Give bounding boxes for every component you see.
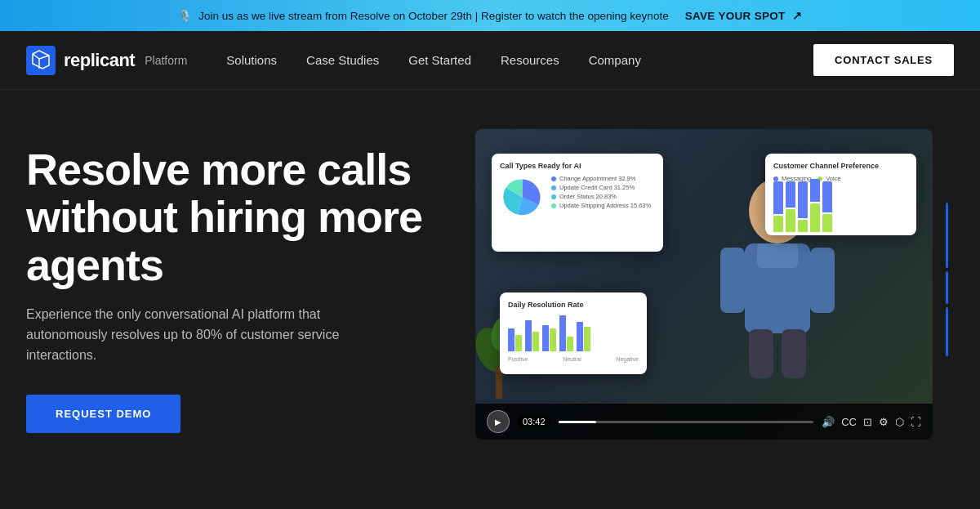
contact-sales-button[interactable]: CONTACT SALES xyxy=(813,44,954,76)
logo-platform: Platform xyxy=(145,54,187,67)
announcement-emoji: 🎙️ xyxy=(178,9,192,22)
hero-title: Resolve more calls without hiring more a… xyxy=(26,145,443,288)
fullscreen-icon[interactable]: ⛶ xyxy=(911,416,921,428)
airplay-icon[interactable]: ⬡ xyxy=(895,416,904,428)
svg-rect-5 xyxy=(749,329,773,378)
hero-subtitle: Experience the only conversational AI pl… xyxy=(26,305,385,365)
chart1-title: Call Types Ready for AI xyxy=(500,162,655,170)
svg-rect-7 xyxy=(757,243,798,268)
navbar: replicant Platform Solutions Case Studie… xyxy=(0,31,980,90)
nav-company[interactable]: Company xyxy=(589,53,641,67)
chart3-title: Customer Channel Preference xyxy=(773,162,908,170)
hero-section: Resolve more calls without hiring more a… xyxy=(0,90,980,509)
announcement-cta[interactable]: SAVE YOUR SPOT xyxy=(685,10,786,22)
legend-1: Change Appointment 32.9% xyxy=(559,175,635,182)
announcement-bar[interactable]: 🎙️ Join us as we live stream from Resolv… xyxy=(0,0,980,31)
accent-line-1 xyxy=(946,203,948,268)
legend-4: Update Shipping Address 15.63% xyxy=(559,202,651,209)
accent-line-3 xyxy=(946,307,948,356)
nav-links: Solutions Case Studies Get Started Resou… xyxy=(226,53,813,67)
nav-case-studies[interactable]: Case Studies xyxy=(306,53,379,67)
play-button[interactable]: ▶ xyxy=(487,410,510,433)
cc-icon[interactable]: CC xyxy=(841,416,857,428)
chart-channel-pref: Customer Channel Preference Messaging Vo… xyxy=(765,154,916,235)
hero-right: Call Types Ready for AI xyxy=(475,129,954,440)
video-controls: ▶ 03:42 🔊 CC ⊡ ⚙ ⬡ ⛶ xyxy=(475,404,933,440)
pip-icon[interactable]: ⊡ xyxy=(863,416,872,428)
hero-left: Resolve more calls without hiring more a… xyxy=(26,129,443,433)
nav-resources[interactable]: Resources xyxy=(501,53,559,67)
accent-lines xyxy=(946,203,962,366)
svg-rect-6 xyxy=(782,329,806,378)
video-container[interactable]: Call Types Ready for AI xyxy=(475,129,933,440)
legend-2: Update Credit Card 31.25% xyxy=(559,184,635,191)
nav-get-started[interactable]: Get Started xyxy=(408,53,471,67)
announcement-text: Join us as we live stream from Resolve o… xyxy=(198,10,668,22)
bar-chart xyxy=(508,314,639,355)
settings-icon[interactable]: ⚙ xyxy=(879,416,889,428)
announcement-arrow: ↗ xyxy=(792,9,802,22)
chart-daily-resolution: Daily Resolution Rate xyxy=(500,292,647,374)
logo[interactable]: replicant Platform xyxy=(26,46,187,75)
chart2-title: Daily Resolution Rate xyxy=(508,301,639,309)
progress-bar[interactable] xyxy=(559,421,814,423)
chart-call-types: Call Types Ready for AI xyxy=(492,154,663,252)
svg-rect-0 xyxy=(26,46,56,75)
pie-chart-svg xyxy=(500,175,545,220)
nav-solutions[interactable]: Solutions xyxy=(226,53,277,67)
request-demo-button[interactable]: REQUEST DEMO xyxy=(26,395,180,433)
logo-text: replicant xyxy=(64,50,135,71)
svg-rect-4 xyxy=(810,248,835,313)
legend-3: Order Status 20.83% xyxy=(559,193,617,200)
logo-icon xyxy=(26,46,56,75)
volume-icon[interactable]: 🔊 xyxy=(822,416,835,428)
accent-line-2 xyxy=(946,271,948,304)
video-timestamp: 03:42 xyxy=(518,415,550,428)
video-control-icons: 🔊 CC ⊡ ⚙ ⬡ ⛶ xyxy=(822,416,921,428)
progress-fill xyxy=(559,421,597,423)
svg-rect-3 xyxy=(720,248,745,313)
video-background: Call Types Ready for AI xyxy=(475,129,933,440)
